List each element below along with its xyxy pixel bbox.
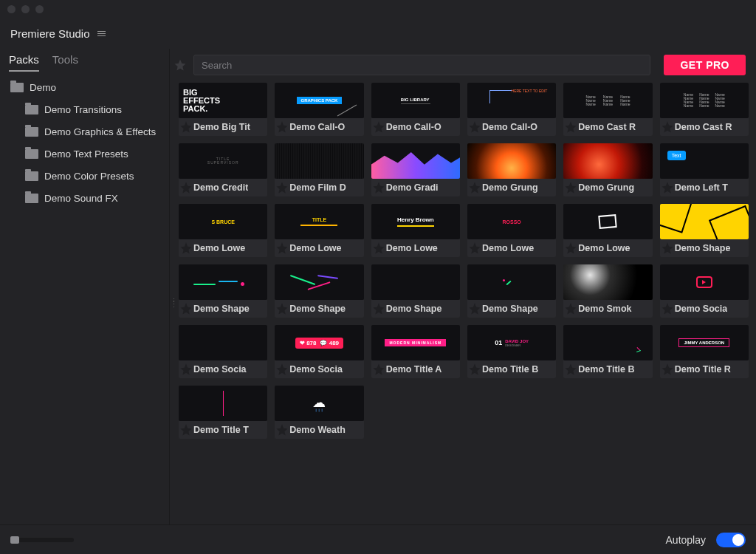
preset-card[interactable]: HERE TEXT TO EDITDemo Call-O [467,83,556,136]
tab-tools[interactable]: Tools [52,53,78,72]
favorite-star-icon[interactable] [179,301,193,316]
traffic-light-minimize[interactable] [21,5,30,13]
favorite-star-icon[interactable] [179,362,193,377]
folder-demo-sound[interactable]: Demo Sound FX [0,187,169,209]
preset-card[interactable]: NameNameNameNameNameNameNameNameNameDemo… [563,83,652,136]
preset-card[interactable]: GRAPHICS PACKDemo Call-O [275,83,363,136]
preset-meta: Demo Socia [660,300,749,318]
menu-icon[interactable] [97,31,106,36]
folder-demo[interactable]: Demo [0,76,169,98]
favorite-star-icon[interactable] [467,120,482,134]
favorite-star-icon[interactable] [179,241,193,256]
preset-card[interactable]: S BRUCEDemo Lowe [179,204,267,257]
get-pro-button[interactable]: GET PRO [664,55,746,75]
preset-thumbnail [371,143,460,179]
preset-card[interactable]: ☁╵╵╵Demo Weath [275,386,363,439]
favorite-star-icon[interactable] [371,180,386,195]
favorite-star-icon[interactable] [179,423,193,437]
preset-thumbnail [179,325,267,360]
preset-card[interactable]: TITLE SUPERVISORDemo Credit [179,143,267,196]
tab-packs[interactable]: Packs [9,53,39,72]
favorite-star-icon[interactable] [467,362,482,377]
preset-meta: Demo Shape [660,239,749,257]
preset-card[interactable]: Demo Socia [179,325,267,378]
panel-resize-handle[interactable]: ⋮⋮ [170,300,178,306]
preset-card[interactable]: Demo Film D [275,143,363,196]
preset-card[interactable]: Demo Title B [563,325,652,378]
favorite-star-icon[interactable] [660,241,675,256]
folder-demo-transitions[interactable]: Demo Transitions [0,98,169,120]
favorite-star-icon[interactable] [275,362,289,377]
favorite-star-icon[interactable] [563,180,578,195]
preset-card[interactable]: Demo Socia [660,264,749,318]
favorite-star-icon[interactable] [275,301,289,316]
preset-card[interactable]: Demo Title T [179,386,267,439]
favorite-star-icon[interactable] [660,301,675,316]
traffic-light-close[interactable] [7,5,16,13]
favorite-star-icon[interactable] [660,180,675,195]
folder-demo-graphics[interactable]: Demo Graphics & Effects [0,120,169,143]
autoplay-label: Autoplay [666,534,706,546]
favorite-star-icon[interactable] [563,241,578,256]
favorite-star-icon[interactable] [563,120,578,134]
preset-card[interactable]: Henry BrownDemo Lowe [371,204,460,257]
preset-card[interactable]: Demo Shape [275,264,363,318]
preset-meta: Demo Film D [275,179,363,196]
search-input[interactable] [202,60,642,71]
preset-meta: Demo Credit [179,179,267,196]
preset-card[interactable]: BIG EFFECTS PACK.Demo Big Tit [179,83,267,136]
folder-demo-color[interactable]: Demo Color Presets [0,165,169,187]
favorite-star-icon[interactable] [563,362,578,377]
preset-card[interactable]: Demo Shape [660,204,749,257]
preset-card[interactable]: ❤ 878💬 489Demo Socia [275,325,363,378]
zoom-slider-knob[interactable] [10,536,19,544]
traffic-light-zoom[interactable] [35,5,44,13]
favorite-star-icon[interactable] [371,362,386,377]
preset-card[interactable]: Demo Grung [563,143,652,196]
preset-card[interactable]: Demo Shape [467,264,556,318]
preset-thumbnail: NameNameNameNameNameNameNameNameNameName… [660,83,749,118]
preset-card[interactable]: Demo Shape [371,264,460,318]
preset-card[interactable]: Demo Smok [563,264,652,318]
zoom-slider[interactable] [10,538,74,542]
preset-card[interactable]: JIMMY ANDERSONDemo Title R [660,325,749,378]
favorite-star-icon[interactable] [275,241,289,256]
preset-card[interactable]: 01DAVID JOYDESIGNERDemo Title B [467,325,556,378]
preset-thumbnail [660,204,749,239]
favorite-star-icon[interactable] [371,120,386,134]
sidebar: Packs Tools Demo Demo Transitions Demo G… [0,49,170,524]
favorite-star-icon[interactable] [467,180,482,195]
favorite-star-icon[interactable] [179,180,193,195]
preset-card[interactable]: Demo Gradi [371,143,460,196]
preset-card[interactable]: Demo Grung [467,143,556,196]
preset-card[interactable]: NameNameNameNameNameNameNameNameNameName… [660,83,749,136]
preset-card[interactable]: BIG LIBRARYDemo Call-O [371,83,460,136]
folder-demo-text[interactable]: Demo Text Presets [0,143,169,165]
preset-card[interactable]: Demo Lowe [563,204,652,257]
favorite-star-icon[interactable] [563,301,578,316]
folder-label: Demo Graphics & Effects [44,126,156,137]
preset-card[interactable]: TextDemo Left T [660,143,749,196]
favorite-star-icon[interactable] [660,362,675,377]
preset-card[interactable]: Demo Shape [179,264,267,318]
preset-thumbnail [563,264,652,300]
favorite-star-icon[interactable] [371,241,386,256]
favorite-star-icon[interactable] [275,423,289,437]
autoplay-toggle[interactable] [716,533,746,547]
folder-icon [25,127,38,137]
preset-card[interactable]: TITLEDemo Lowe [275,204,363,257]
favorite-star-icon[interactable] [467,241,482,256]
preset-label: Demo Cast R [675,122,732,132]
favorite-star-icon[interactable] [660,120,675,134]
favorite-star-icon[interactable] [371,301,386,316]
preset-label: Demo Title T [193,425,249,435]
preset-card[interactable]: MODERN MINIMALISMDemo Title A [371,325,460,378]
preset-label: Demo Left T [675,182,728,193]
favorite-star-icon[interactable] [275,180,289,195]
search-box[interactable] [193,55,650,75]
favorite-star-icon[interactable] [179,120,193,134]
favorites-filter-icon[interactable] [173,58,188,72]
favorite-star-icon[interactable] [467,301,482,316]
favorite-star-icon[interactable] [275,120,289,134]
preset-card[interactable]: ROSSODemo Lowe [467,204,556,257]
